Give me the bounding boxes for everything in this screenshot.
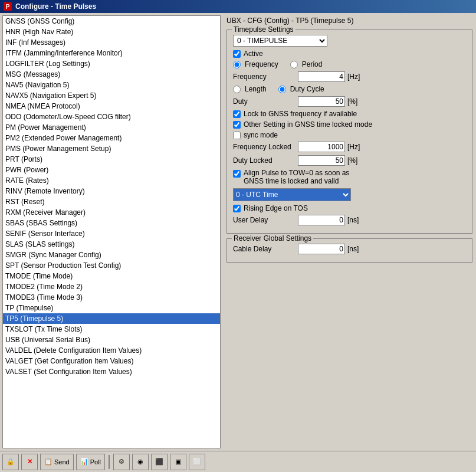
- nav-list-item[interactable]: TXSLOT (Tx Time Slots): [3, 324, 220, 335]
- nav-list-item[interactable]: INF (Inf Messages): [3, 37, 220, 48]
- nav-list-item[interactable]: RATE (Rates): [3, 175, 220, 186]
- rising-edge-row: Rising Edge on TOS: [233, 204, 466, 212]
- panel-title: UBX - CFG (Config) - TP5 (Timepulse 5): [226, 17, 472, 25]
- toolbar-icon-5[interactable]: ⬜: [189, 454, 205, 470]
- lock-icon: 🔒: [6, 458, 15, 466]
- active-checkbox[interactable]: [233, 50, 241, 58]
- dutycycle-radio[interactable]: [278, 86, 286, 93]
- duty-unit: [%]: [347, 97, 357, 106]
- nav-list-item[interactable]: PWR (Power): [3, 165, 220, 175]
- toolbar-separator-1: [109, 455, 110, 469]
- dutycycle-radio-label: Duty Cycle: [290, 85, 324, 93]
- nav-list-item[interactable]: NAVX5 (Navigation Expert 5): [3, 90, 220, 101]
- nav-list-item[interactable]: PM (Power Management): [3, 122, 220, 133]
- right-panel: UBX - CFG (Config) - TP5 (Timepulse 5) T…: [223, 13, 476, 451]
- timepulse-select[interactable]: 0 - TIMEPULSE 1 - TIMEPULSE2: [233, 35, 327, 47]
- frequency-input[interactable]: [298, 71, 345, 82]
- length-radio-label: Length: [245, 85, 267, 93]
- send-button[interactable]: 📋 Send: [40, 454, 74, 470]
- align-pulse-line2: GNSS time is locked and valid: [244, 177, 349, 185]
- window-title: Configure - Time Pulses: [15, 2, 96, 11]
- nav-list-item[interactable]: LOGFILTER (Log Settings): [3, 58, 220, 69]
- nav-list-item[interactable]: SLAS (SLAS settings): [3, 239, 220, 250]
- freq-locked-input[interactable]: [298, 142, 345, 152]
- toolbar-icon-4[interactable]: ▣: [170, 454, 186, 470]
- toolbar: 🔒 ✕ 📋 Send 📊 Poll ⚙ ◉ ⬛ ▣ ⬜: [0, 451, 476, 472]
- rising-edge-checkbox[interactable]: [233, 205, 241, 212]
- align-pulse-text: Align Pulse to TOW=0 as soon as GNSS tim…: [244, 169, 349, 185]
- nav-list-item[interactable]: NAV5 (Navigation 5): [3, 80, 220, 90]
- nav-list-item[interactable]: TMODE2 (Time Mode 2): [3, 281, 220, 292]
- toolbar-icon-1[interactable]: ⚙: [113, 454, 130, 470]
- cable-delay-input[interactable]: [298, 244, 345, 254]
- cable-delay-label: Cable Delay: [233, 245, 298, 253]
- dutycycle-radio-group: Duty Cycle: [278, 85, 324, 93]
- user-delay-row: User Delay [ns]: [233, 215, 466, 225]
- receiver-global-settings-group: Receiver Global Settings Cable Delay [ns…: [226, 238, 472, 263]
- duty-locked-label: Duty Locked: [233, 156, 298, 165]
- time-ref-row: 0 - UTC Time 1 - GPS Time 2 - GLONASS Ti…: [233, 188, 466, 201]
- nav-list-item[interactable]: VALDEL (Delete Configuration Item Values…: [3, 345, 220, 356]
- lock-gnss-row: Lock to GNSS frequency if available: [233, 110, 466, 118]
- duty-input-row: Duty [%]: [233, 96, 466, 107]
- nav-list-item[interactable]: VALGET (Get Configuration Item Values): [3, 356, 220, 366]
- nav-list-item[interactable]: PRT (Ports): [3, 154, 220, 165]
- freq-locked-unit: [Hz]: [347, 143, 360, 151]
- cable-delay-row: Cable Delay [ns]: [233, 244, 466, 254]
- frequency-input-row: Frequency [Hz]: [233, 71, 466, 82]
- nav-list-item[interactable]: ODO (Odometer/Low-Speed COG filter): [3, 112, 220, 122]
- nav-list-item[interactable]: VALSET (Set Configuration Item Values): [3, 366, 220, 377]
- time-ref-select[interactable]: 0 - UTC Time 1 - GPS Time 2 - GLONASS Ti…: [233, 188, 351, 201]
- duty-locked-row: Duty Locked [%]: [233, 155, 466, 166]
- active-label: Active: [244, 50, 263, 58]
- lock-button[interactable]: 🔒: [2, 454, 19, 470]
- duty-locked-input[interactable]: [298, 155, 345, 166]
- nav-list-item[interactable]: USB (Universal Serial Bus): [3, 335, 220, 345]
- active-checkbox-row: Active: [233, 50, 466, 58]
- period-radio[interactable]: [290, 61, 298, 68]
- cable-delay-unit: [ns]: [347, 245, 359, 253]
- nav-list-item[interactable]: SMGR (Sync Manager Config): [3, 250, 220, 260]
- app-icon: P: [4, 2, 12, 11]
- nav-list-item[interactable]: TMODE3 (Time Mode 3): [3, 292, 220, 303]
- length-radio[interactable]: [233, 86, 241, 93]
- freq-locked-label: Frequency Locked: [233, 143, 298, 151]
- nav-list-item[interactable]: TP5 (Timepulse 5): [3, 313, 220, 324]
- toolbar-icon-2[interactable]: ◉: [132, 454, 149, 470]
- nav-list-item[interactable]: SENIF (Sensor Interface): [3, 228, 220, 239]
- lock-gnss-checkbox[interactable]: [233, 110, 241, 118]
- user-delay-input[interactable]: [298, 215, 345, 225]
- frequency-radio-label: Frequency: [245, 60, 278, 68]
- nav-list-item[interactable]: RXM (Receiver Manager): [3, 207, 220, 218]
- duty-input[interactable]: [298, 96, 345, 107]
- nav-list-item[interactable]: ITFM (Jamming/Interference Monitor): [3, 48, 220, 58]
- length-duty-radio-row: Length Duty Cycle: [233, 85, 466, 93]
- frequency-unit: [Hz]: [347, 73, 360, 81]
- nav-list-item[interactable]: NMEA (NMEA Protocol): [3, 101, 220, 112]
- cancel-button[interactable]: ✕: [21, 454, 38, 470]
- nav-list-item[interactable]: PM2 (Extended Power Management): [3, 133, 220, 143]
- nav-list-item[interactable]: SBAS (SBAS Settings): [3, 218, 220, 228]
- frequency-radio-group: Frequency: [233, 60, 278, 68]
- nav-list-item[interactable]: TP (Timepulse): [3, 303, 220, 313]
- title-bar: P Configure - Time Pulses: [0, 0, 476, 13]
- align-pulse-checkbox[interactable]: [233, 170, 241, 178]
- toolbar-icon-3[interactable]: ⬛: [151, 454, 168, 470]
- main-container: GNSS (GNSS Config)HNR (High Nav Rate)INF…: [0, 13, 476, 451]
- nav-list-item[interactable]: RINV (Remote Inventory): [3, 186, 220, 196]
- nav-list-item[interactable]: MSG (Messages): [3, 69, 220, 80]
- nav-list-item[interactable]: HNR (High Nav Rate): [3, 27, 220, 37]
- frequency-radio[interactable]: [233, 61, 241, 68]
- poll-button[interactable]: 📊 Poll: [76, 454, 105, 470]
- nav-list-item[interactable]: PMS (Power Management Setup): [3, 143, 220, 154]
- lock-gnss-label: Lock to GNSS frequency if available: [244, 110, 357, 118]
- nav-list-item[interactable]: RST (Reset): [3, 196, 220, 207]
- nav-list-item[interactable]: GNSS (GNSS Config): [3, 16, 220, 27]
- sync-mode-checkbox[interactable]: [233, 132, 241, 139]
- send-icon: 📋: [44, 458, 52, 466]
- freq-locked-row: Frequency Locked [Hz]: [233, 142, 466, 152]
- other-setting-checkbox[interactable]: [233, 121, 241, 129]
- nav-list[interactable]: GNSS (GNSS Config)HNR (High Nav Rate)INF…: [3, 16, 220, 448]
- nav-list-item[interactable]: TMODE (Time Mode): [3, 271, 220, 281]
- nav-list-item[interactable]: SPT (Sensor Production Test Config): [3, 260, 220, 271]
